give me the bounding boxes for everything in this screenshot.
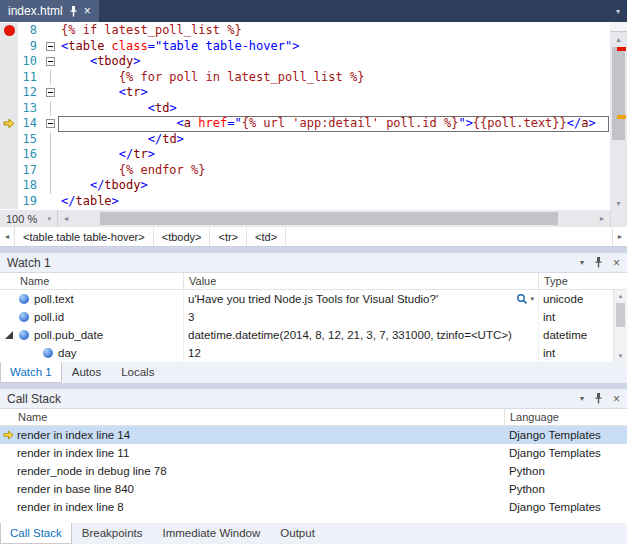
tab-locals[interactable]: Locals — [111, 362, 164, 383]
scroll-down-icon[interactable]: ▼ — [610, 196, 627, 210]
code-token: td — [162, 132, 176, 146]
watch-panel-titlebar[interactable]: Watch 1 ▾ × — [0, 253, 627, 273]
tab-output[interactable]: Output — [270, 523, 325, 544]
code-token — [61, 85, 119, 99]
column-header-language[interactable]: Language — [505, 409, 627, 425]
tab-immediate-window[interactable]: Immediate Window — [153, 523, 271, 544]
code-line[interactable]: 16 </tr> — [0, 147, 610, 163]
breadcrumb-next-icon[interactable]: ► — [612, 227, 627, 246]
scroll-down-icon[interactable]: ▼ — [614, 350, 627, 362]
code-line[interactable]: 17 {% endfor %} — [0, 163, 610, 179]
breakpoint-margin[interactable] — [0, 116, 18, 132]
collapse-box-icon[interactable] — [46, 42, 55, 51]
breadcrumb-item[interactable]: <tr> — [210, 227, 247, 246]
breakpoint-margin[interactable] — [0, 23, 18, 39]
column-header-name[interactable]: Name — [0, 409, 505, 425]
breadcrumb-item[interactable]: <tbody> — [154, 227, 211, 246]
scrollbar-thumb[interactable] — [100, 212, 558, 225]
watch-name-cell: poll.id — [0, 308, 184, 326]
code-text: {% if latest_poll_list %} — [58, 23, 609, 39]
editor-vertical-scrollbar[interactable]: ▲ ▼ — [610, 22, 627, 210]
stack-frame-row[interactable]: render in index line 14Django Templates — [0, 426, 627, 444]
column-header-value[interactable]: Value — [184, 273, 539, 289]
tab-watch-1[interactable]: Watch 1 — [0, 362, 62, 383]
stack-frame-row[interactable]: render_node in debug line 78Python — [0, 462, 627, 480]
column-header-name[interactable]: Name — [0, 273, 184, 289]
watch-row[interactable]: poll.textu'Have you tried Node.js Tools … — [0, 290, 613, 308]
code-line[interactable]: 11 {% for poll in latest_poll_list %} — [0, 70, 610, 86]
callstack-rows: render in index line 14Django Templatesr… — [0, 426, 627, 523]
splitter-grip[interactable] — [610, 22, 627, 32]
close-icon[interactable]: × — [84, 5, 91, 17]
breakpoint-margin[interactable] — [0, 85, 18, 101]
breadcrumb-prev-icon[interactable]: ◄ — [0, 227, 15, 246]
tab-autos[interactable]: Autos — [62, 362, 111, 383]
close-icon[interactable]: × — [613, 257, 620, 269]
scroll-up-icon[interactable]: ▲ — [614, 290, 627, 302]
line-number: 12 — [18, 85, 43, 101]
watch-value-cell: datetime.datetime(2014, 8, 12, 21, 3, 7,… — [184, 326, 539, 344]
watch-value: u'Have you tried Node.js Tools for Visua… — [188, 293, 516, 305]
window-position-chevron-icon[interactable]: ▾ — [580, 394, 584, 403]
pin-icon[interactable] — [69, 6, 78, 17]
code-token: {% endfor %} — [119, 163, 206, 177]
breakpoint-margin[interactable] — [0, 54, 18, 70]
code-area[interactable]: 8{% if latest_poll_list %}9<table class=… — [0, 22, 610, 210]
code-token: href — [198, 116, 227, 130]
horizontal-scrollbar[interactable] — [74, 210, 594, 227]
code-line[interactable]: 15 </td> — [0, 132, 610, 148]
tab-list-chevron-down-icon[interactable]: ▾ — [616, 7, 620, 16]
code-line[interactable]: 19</table> — [0, 194, 610, 210]
scrollbar-thumb[interactable] — [612, 47, 625, 140]
stack-frame-row[interactable]: render in index line 11Django Templates — [0, 444, 627, 462]
pin-icon[interactable] — [594, 393, 603, 404]
code-line[interactable]: 9<table class="table table-hover"> — [0, 39, 610, 55]
callstack-panel-titlebar[interactable]: Call Stack ▾ × — [0, 389, 627, 409]
watch-row[interactable]: day12int — [0, 344, 613, 362]
code-line[interactable]: 13 <td> — [0, 101, 610, 117]
scroll-left-icon[interactable]: ◄ — [58, 210, 74, 227]
magnifier-icon[interactable] — [516, 293, 528, 305]
scrollbar-track[interactable] — [610, 46, 627, 196]
scrollbar-thumb[interactable] — [616, 303, 625, 327]
tab-call-stack[interactable]: Call Stack — [0, 523, 72, 544]
pin-icon[interactable] — [594, 257, 603, 268]
code-line[interactable]: 12 <tr> — [0, 85, 610, 101]
watch-row[interactable]: poll.pub_datedatetime.datetime(2014, 8, … — [0, 326, 613, 344]
zoom-selector[interactable]: 100 % ▾ — [0, 210, 58, 227]
breakpoint-icon[interactable] — [4, 25, 15, 36]
breakpoint-margin[interactable] — [0, 147, 18, 163]
expander-icon[interactable] — [5, 331, 13, 339]
window-position-chevron-icon[interactable]: ▾ — [580, 258, 584, 267]
code-line[interactable]: 14 <a href="{% url 'app:detail' poll.id … — [0, 116, 610, 132]
column-header-type[interactable]: Type — [539, 273, 627, 289]
stack-frame-row[interactable]: render in index line 8Django Templates — [0, 498, 627, 516]
breakpoint-margin[interactable] — [0, 194, 18, 210]
breadcrumb-item[interactable]: <td> — [247, 227, 286, 246]
breakpoint-margin[interactable] — [0, 178, 18, 194]
code-line[interactable]: 8{% if latest_poll_list %} — [0, 23, 610, 39]
collapse-box-icon[interactable] — [46, 88, 55, 97]
breakpoint-margin[interactable] — [0, 39, 18, 55]
tab-breakpoints[interactable]: Breakpoints — [72, 523, 153, 544]
breakpoint-margin[interactable] — [0, 101, 18, 117]
scroll-up-icon[interactable]: ▲ — [610, 32, 627, 46]
watch-value-cell: u'Have you tried Node.js Tools for Visua… — [184, 290, 539, 308]
scroll-right-icon[interactable]: ► — [594, 210, 610, 227]
collapse-box-icon[interactable] — [46, 57, 55, 66]
breadcrumb-item[interactable]: <table.table table-hover> — [15, 227, 154, 246]
watch-row[interactable]: poll.id3int — [0, 308, 613, 326]
close-icon[interactable]: × — [613, 393, 620, 405]
breakpoint-margin[interactable] — [0, 70, 18, 86]
code-line[interactable]: 18 </tbody> — [0, 178, 610, 194]
stack-frame-row[interactable]: render in base line 840Python — [0, 480, 627, 498]
chevron-down-icon[interactable]: ▾ — [530, 295, 534, 303]
breakpoint-margin[interactable] — [0, 132, 18, 148]
breakpoint-margin[interactable] — [0, 163, 18, 179]
document-tab[interactable]: index.html × — [0, 0, 99, 22]
code-editor[interactable]: 8{% if latest_poll_list %}9<table class=… — [0, 22, 627, 210]
code-line[interactable]: 10 <tbody> — [0, 54, 610, 70]
watch-scrollbar[interactable]: ▲ ▼ — [613, 290, 627, 362]
collapse-box-icon[interactable] — [46, 119, 55, 128]
code-token: < — [148, 101, 155, 115]
